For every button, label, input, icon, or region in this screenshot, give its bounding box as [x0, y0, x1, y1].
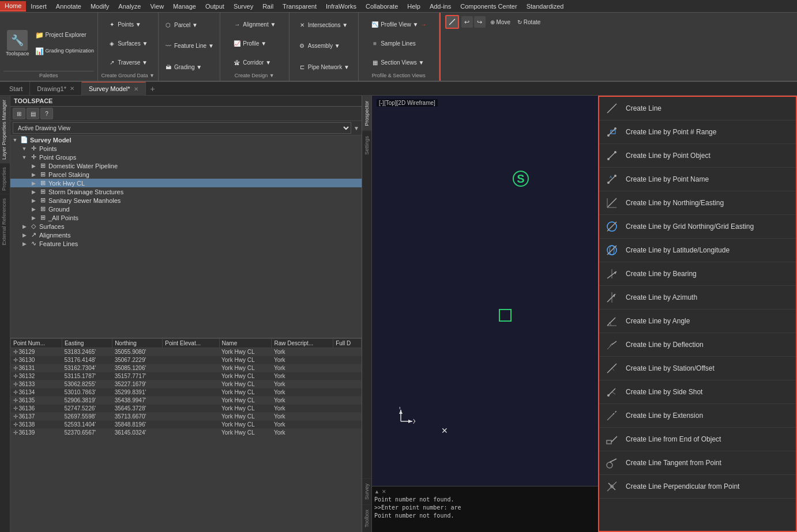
menu-view[interactable]: View — [145, 2, 168, 11]
new-tab-button[interactable]: + — [146, 83, 160, 95]
menu-annotate[interactable]: Annotate — [51, 2, 86, 11]
doc-tab-survey-close[interactable]: ✕ — [134, 86, 138, 92]
menu-addins[interactable]: Add-ins — [425, 2, 456, 11]
menu-collaborate[interactable]: Collaborate — [361, 2, 403, 11]
create-line-item[interactable]: Create Line by Azimuth — [599, 286, 796, 310]
create-line-item[interactable]: Create Line Perpendicular from Point — [599, 475, 796, 499]
create-line-item[interactable]: Create Line by Station/Offset — [599, 357, 796, 380]
doc-tab-drawing[interactable]: Drawing1* ✕ — [30, 82, 82, 96]
properties-tab[interactable]: Properties — [0, 163, 10, 194]
tree-item[interactable]: ▶⊞Ground — [10, 205, 362, 213]
menu-analyze[interactable]: Analyze — [114, 2, 145, 11]
create-line-item[interactable]: Create Line by Northing/Easting — [599, 191, 796, 215]
points-button[interactable]: ✦ Points ▼ — [106, 18, 150, 30]
table-row[interactable]: ✛3613253115.1787'35157.7717'York Hwy CLY… — [11, 372, 362, 380]
menu-standardized[interactable]: Standardized — [522, 2, 569, 11]
redo-button[interactable]: ↪ — [474, 16, 486, 28]
create-line-item[interactable]: Create Line by Angle — [599, 310, 796, 333]
table-row[interactable]: ✛3613552906.3819'35438.9947'York Hwy CLY… — [11, 397, 362, 405]
feature-line-button[interactable]: 〰 Feature Line ▼ — [162, 40, 216, 52]
profile-button[interactable]: 📈 HomeProfile ▼ — [231, 37, 278, 49]
table-row[interactable]: ✛3613752697.5598'35713.6670'York Hwy CLY… — [11, 413, 362, 421]
table-row[interactable]: ✛3612953183.2465'35055.9080'York Hwy CLY… — [11, 348, 362, 356]
menu-output[interactable]: Output — [201, 2, 229, 11]
undo-button[interactable]: ↩ — [461, 16, 473, 28]
table-row[interactable]: ✛3613353062.8255'35227.1679'York Hwy CLY… — [11, 380, 362, 388]
layer-properties-tab[interactable]: Layer Properties Manager — [0, 96, 10, 163]
surfaces-button[interactable]: ◈ Surfaces ▼ — [106, 37, 150, 49]
move-button[interactable]: ⊕ Move — [488, 16, 513, 28]
table-row[interactable]: ✛3613453010.7863'35299.8391'York Hwy CLY… — [11, 388, 362, 397]
survey-tab-side[interactable]: Survey — [362, 478, 371, 504]
project-explorer-button[interactable]: 📁 Project Explorer — [33, 28, 94, 43]
tree-item[interactable]: ▶↗Alignments — [10, 231, 362, 239]
menu-manage[interactable]: Manage — [168, 2, 201, 11]
tree-item[interactable]: ▼✛Points — [10, 144, 362, 153]
create-line-item[interactable]: Create Line by Deflection — [599, 333, 796, 357]
tree-item[interactable]: ▶∿Feature Lines — [10, 239, 362, 248]
prospector-tab[interactable]: Prospector — [362, 96, 371, 131]
alignment-button[interactable]: → Alignment ▼ — [231, 18, 278, 30]
rotate-button[interactable]: ↻ Rotate — [515, 16, 543, 28]
create-line-item[interactable]: Create Line by Point Object — [599, 144, 796, 168]
sample-lines-button[interactable]: ≡ Sample Lines — [369, 37, 428, 49]
tree-item[interactable]: ▶⊞Storm Drainage Structures — [10, 187, 362, 196]
menu-modify[interactable]: Modify — [86, 2, 114, 11]
doc-tab-survey[interactable]: Survey Model* ✕ — [82, 82, 146, 96]
tree-item[interactable]: ▶◇Surfaces — [10, 222, 362, 231]
tree-item[interactable]: ▶⊞_All Points — [10, 213, 362, 222]
create-line-item[interactable]: Create Line by Extension — [599, 404, 796, 428]
pipe-network-button[interactable]: ⊏ Pipe Network ▼ — [296, 61, 352, 73]
grading-button[interactable]: 🏔 Grading ▼ — [162, 61, 216, 73]
menu-insert[interactable]: Insert — [26, 2, 51, 11]
ts-help[interactable]: ? — [40, 108, 53, 119]
menu-infraworks[interactable]: InfraWorks — [321, 2, 361, 11]
menu-survey[interactable]: Survey — [229, 2, 258, 11]
tree-item[interactable]: ▶⊞Parcel Staking — [10, 170, 362, 179]
toolspace-button[interactable]: 🔧 Toolspace — [3, 29, 32, 58]
create-line-item[interactable]: Create Line from End of Object — [599, 428, 796, 451]
section-views-button[interactable]: ▦ Section Views ▼ — [369, 56, 428, 68]
create-line-item[interactable]: Create Line Tangent from Point — [599, 451, 796, 475]
tree-item[interactable]: ▶⊞Sanitary Sewer Manholes — [10, 196, 362, 205]
create-line-item[interactable]: Create Line by Side Shot — [599, 380, 796, 404]
assembly-button[interactable]: ⚙ Assembly ▼ — [296, 40, 352, 52]
table-row[interactable]: ✛3613053176.4148'35067.2229'York Hwy CLY… — [11, 356, 362, 364]
table-scroll[interactable]: Point Num...EastingNorthingPoint Elevat.… — [10, 338, 362, 532]
corridor-button[interactable]: 🛣 Corridor ▼ — [231, 56, 278, 68]
grading-optimization-button[interactable]: 📊 Grading Optimization — [33, 44, 94, 59]
tree-item[interactable]: ▶⊞Domestic Water Pipeline — [10, 161, 362, 170]
view-dropdown[interactable]: Active Drawing View — [13, 122, 351, 134]
menu-transparent[interactable]: Transparent — [278, 2, 321, 11]
ts-button-2[interactable]: ▤ — [27, 108, 39, 119]
create-line-item[interactable]: ACreate Line by Point Name — [599, 168, 796, 191]
table-row[interactable]: ✛3613852593.1404'35848.8196'York Hwy CLY… — [11, 421, 362, 429]
tree-item[interactable]: ▼✛Point Groups — [10, 153, 362, 161]
viewport-canvas[interactable]: [-][Top][2D Wireframe] S Y X ✕ — [372, 96, 598, 486]
tree-item[interactable]: ▶⊞York Hwy CL — [10, 179, 362, 187]
cmd-close[interactable]: ▲ — [374, 489, 379, 495]
intersections-button[interactable]: ✕ Intersections ▼ — [296, 20, 352, 31]
doc-tab-drawing-close[interactable]: ✕ — [70, 85, 74, 92]
tree-item[interactable]: ▼📄Survey Model — [10, 135, 362, 144]
traverse-button[interactable]: ↗ Traverse ▼ — [106, 56, 150, 68]
create-line-item[interactable]: Create Line by Bearing — [599, 262, 796, 286]
table-row[interactable]: ✛3613652747.5226'35645.3728'York Hwy CLY… — [11, 405, 362, 413]
table-row[interactable]: ✛3613153162.7304'35085.1206'York Hwy CLY… — [11, 364, 362, 372]
line-tool-active[interactable] — [445, 15, 459, 29]
menu-help[interactable]: Help — [403, 2, 425, 11]
toolbox-tab[interactable]: Toolbox — [362, 504, 371, 532]
create-line-item[interactable]: Create Line by Point # Range — [599, 120, 796, 144]
external-references-tab[interactable]: External References — [0, 194, 10, 249]
parcel-button[interactable]: ⬡ Parcel ▼ — [162, 20, 216, 31]
settings-tab[interactable]: Settings — [362, 131, 371, 160]
create-line-item[interactable]: Create Line — [599, 97, 796, 120]
doc-tab-start[interactable]: Start — [2, 82, 30, 96]
create-line-item[interactable]: Create Line by Grid Northing/Grid Eastin… — [599, 215, 796, 239]
table-row[interactable]: ✛3613952370.6567'36145.0324'York Hwy CLY… — [11, 429, 362, 437]
menu-rail[interactable]: Rail — [258, 2, 278, 11]
profile-view-button[interactable]: 📉 Profile View ▼ → — [369, 18, 428, 30]
menu-home[interactable]: Home — [0, 1, 26, 12]
create-line-item[interactable]: Create Line by Latitude/Longitude — [599, 239, 796, 262]
ts-button-1[interactable]: ⊞ — [13, 108, 25, 119]
